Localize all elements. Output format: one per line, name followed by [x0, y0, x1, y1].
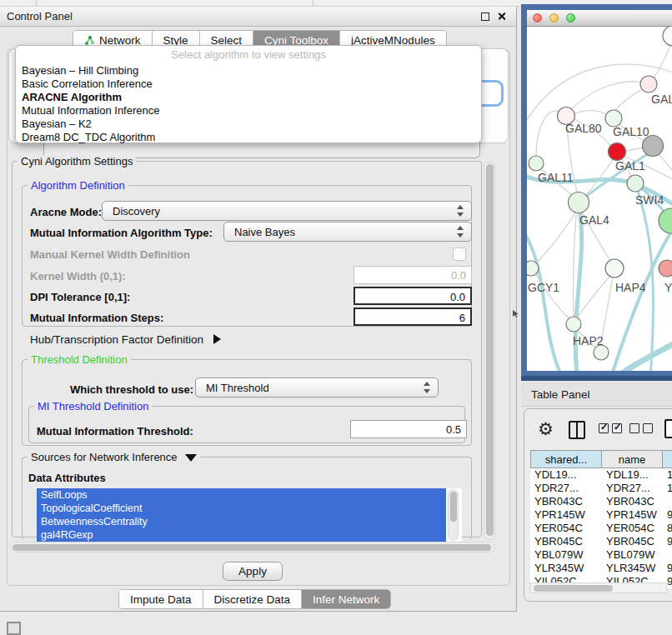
table-cell: YER054C	[602, 522, 663, 535]
network-node-unnamed-top[interactable]	[663, 27, 672, 46]
which-threshold-combobox[interactable]: MI Threshold	[195, 378, 439, 398]
network-node-HAP4[interactable]	[605, 259, 624, 278]
network-node-label-HAP2: HAP2	[573, 334, 604, 348]
cyni-bottom-tabbar: Impute DataDiscretize DataInfer Network	[118, 589, 391, 609]
table-hscrollbar-thumb[interactable]	[534, 585, 613, 592]
network-node-Y-partial[interactable]	[659, 260, 672, 277]
attribute-item-gal4rgexp[interactable]: gal4RGexp	[37, 528, 446, 542]
table-row[interactable]: YBR045CYBR045C9.	[530, 535, 672, 548]
network-node-GAL4[interactable]	[569, 192, 589, 213]
zoom-traffic-light[interactable]	[566, 13, 575, 22]
attribute-item-betweennesscentrality[interactable]: BetweennessCentrality	[37, 515, 446, 528]
network-icon	[84, 35, 95, 46]
table-cell: YBL079W	[602, 548, 663, 562]
table-cell: YDL19...	[530, 468, 602, 482]
attributes-scrollbar-thumb[interactable]	[450, 492, 457, 522]
table-cell: YDL19...	[602, 468, 663, 482]
network-canvas[interactable]: GALGAL80GAL10GAL1SWI4GAL11GAL4GCY1HAP4YH…	[527, 27, 672, 371]
cyni-algorithm-settings-title: Cyni Algorithm Settings	[18, 155, 136, 168]
minimized-panel-icon[interactable]	[7, 622, 21, 635]
dropdown-item-basic-correlation-inference[interactable]: Basic Correlation Inference	[16, 78, 481, 91]
network-window-titlebar[interactable]	[527, 10, 672, 27]
which-threshold-label: Which threshold to use:	[70, 383, 193, 396]
table-cell: YBR043C	[602, 495, 663, 508]
dpi-tolerance-field[interactable]: 0.0	[354, 287, 472, 305]
kernel-width-field[interactable]: 0.0	[354, 266, 472, 284]
tab-impute-data[interactable]: Impute Data	[119, 590, 203, 608]
kernel-width-label: Kernel Width (0,1):	[30, 270, 126, 282]
new-table-icon-partial[interactable]	[664, 419, 672, 438]
mi-type-combobox[interactable]: Naive Bayes	[223, 222, 472, 242]
hub-definition-toggle[interactable]: Hub/Transcription Factor Definition	[30, 333, 221, 346]
table-cell: YBR043C	[530, 495, 602, 508]
network-node-GAL10[interactable]	[605, 110, 622, 127]
table-hscrollbar[interactable]	[530, 582, 667, 593]
table-panel-titlebar: Table Panel	[521, 382, 672, 407]
settings-hscrollbar-thumb[interactable]	[13, 544, 491, 551]
network-node-GAL1[interactable]	[609, 143, 626, 161]
table-panel-title: Table Panel	[531, 388, 590, 401]
table-cell: 12	[663, 482, 672, 495]
close-icon[interactable]	[497, 12, 506, 21]
gear-icon[interactable]: ⚙	[538, 419, 554, 439]
network-node-unnamed-biggreen[interactable]	[659, 208, 672, 233]
dropdown-item-dream8-dc-tdc-algorithm[interactable]: Dream8 DC_TDC Algorithm	[16, 131, 481, 144]
deselect-all-columns-icon[interactable]	[629, 423, 656, 436]
screen: { "control_panel": { "title": "Control P…	[0, 0, 672, 635]
table-cell: 9.	[663, 508, 672, 522]
network-node-SWI4[interactable]	[627, 175, 644, 192]
minimize-traffic-light[interactable]	[549, 13, 559, 22]
mi-steps-label: Mutual Information Steps:	[30, 312, 163, 324]
mi-threshold-field[interactable]: 0.5	[350, 420, 467, 438]
dropdown-item-bayesian-hill-climbing[interactable]: Bayesian – Hill Climbing	[16, 64, 481, 78]
collapsed-arrow-icon	[213, 334, 221, 344]
dropdown-item-mutual-information-inference[interactable]: Mutual Information Inference	[16, 104, 481, 118]
dropdown-item-bayesian-k2[interactable]: Bayesian – K2	[16, 118, 481, 131]
network-node-label-SWI4: SWI4	[635, 193, 664, 207]
settings-vscrollbar-thumb[interactable]	[486, 164, 494, 536]
close-traffic-light[interactable]	[533, 13, 542, 22]
tab-infer-network[interactable]: Infer Network	[302, 590, 390, 608]
select-all-columns-icon[interactable]: ✓✓	[599, 423, 625, 436]
settings-hscrollbar[interactable]	[10, 542, 495, 552]
network-node-GCY1[interactable]	[527, 261, 539, 276]
float-window-icon[interactable]	[481, 12, 489, 21]
table-row[interactable]: YLR345WYLR345W9.	[530, 562, 672, 575]
stepper-arrows-icon	[456, 226, 464, 238]
network-node-GAL11[interactable]	[529, 156, 544, 171]
column-header-a[interactable]: A	[663, 450, 672, 468]
attributes-scrollbar[interactable]	[448, 489, 459, 541]
mi-steps-field[interactable]: 6	[354, 308, 472, 326]
table-cell: YLR345W	[602, 562, 663, 575]
sources-title-text: Sources for Network Inference	[31, 451, 178, 463]
table-row[interactable]: YBL079WYBL079W	[530, 548, 672, 562]
attribute-item-topologicalcoefficient[interactable]: TopologicalCoefficient	[37, 502, 446, 515]
attribute-item-selfloops[interactable]: SelfLoops	[37, 488, 446, 502]
table-row[interactable]: YER054CYER054C8.	[530, 522, 672, 535]
table-row[interactable]: YBR043CYBR043C	[530, 495, 672, 508]
mi-threshold-label: Mutual Information Threshold:	[37, 425, 193, 438]
settings-vscrollbar[interactable]	[484, 162, 495, 540]
dropdown-item-aracne-algorithm[interactable]: ARACNE Algorithm	[16, 91, 481, 104]
network-node-HAP2[interactable]	[566, 317, 581, 332]
manual-kernel-checkbox[interactable]	[453, 248, 466, 261]
aracne-mode-combobox[interactable]: Discovery	[102, 201, 472, 221]
table-cell: YDR27...	[602, 482, 663, 495]
mi-threshold-definition-title: MI Threshold Definition	[34, 400, 152, 412]
apply-button[interactable]: Apply	[223, 562, 283, 581]
table-cell: YDR27...	[530, 482, 602, 495]
table-row[interactable]: YDL19...YDL19...13	[530, 468, 672, 482]
table-cell: YBL079W	[530, 548, 602, 562]
split-columns-icon[interactable]	[569, 421, 585, 439]
network-node-GAL-partial[interactable]	[640, 76, 657, 92]
table-row[interactable]: YPR145WYPR145W9.	[530, 508, 672, 522]
table-cell: YLR345W	[530, 562, 602, 575]
algorithm-dropdown-popup: Select algorithm to view settings Bayesi…	[15, 45, 482, 143]
network-edge	[584, 153, 617, 198]
column-header-shared-[interactable]: shared...	[530, 450, 602, 468]
network-node-unnamed-gray[interactable]	[643, 136, 664, 157]
column-header-name[interactable]: name	[602, 450, 663, 468]
tab-discretize-data[interactable]: Discretize Data	[203, 590, 303, 608]
table-row[interactable]: YDR27...YDR27...12	[530, 482, 672, 495]
algorithm-definition-title: Algorithm Definition	[28, 179, 128, 192]
